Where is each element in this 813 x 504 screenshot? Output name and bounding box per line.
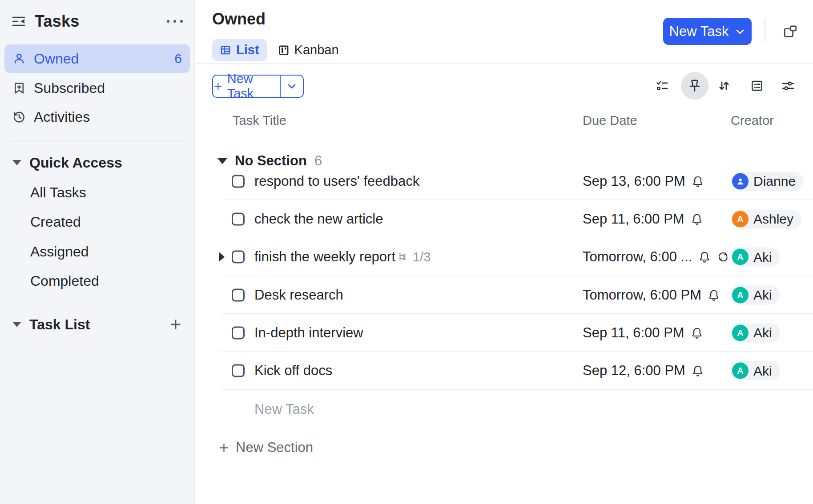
subtask-progress[interactable]: 1/3: [397, 250, 431, 264]
task-title[interactable]: Kick off docs: [254, 363, 332, 379]
avatar: A: [732, 324, 749, 341]
avatar: A: [732, 287, 749, 303]
section-label: Task List: [29, 316, 90, 333]
history-icon: [12, 110, 26, 124]
creator-cell: A Aki: [731, 248, 780, 267]
due-date-text: Tomorrow, 6:00 PM: [583, 287, 701, 303]
table-row[interactable]: finish the weekly report 1/3 Tomorrow, 6…: [195, 238, 813, 276]
creator-name: Dianne: [753, 174, 796, 189]
sidebar-item-label: Owned: [34, 51, 79, 67]
creator-name: Aki: [753, 325, 772, 340]
detail-list-icon[interactable]: [750, 79, 764, 92]
column-header-task-title[interactable]: Task Title: [233, 113, 286, 128]
sidebar-item-created[interactable]: Created: [4, 207, 190, 236]
due-date-text: Sep 12, 6:00 PM: [583, 363, 685, 379]
table-row[interactable]: Desk research Tomorrow, 6:00 PM A Aki: [195, 276, 813, 314]
open-in-window-icon[interactable]: [783, 24, 798, 39]
task-checkbox[interactable]: [232, 175, 245, 188]
quick-access-section-header[interactable]: Quick Access: [4, 148, 190, 177]
new-task-dropdown-button[interactable]: [281, 76, 303, 97]
table-row[interactable]: respond to users' feedback Sep 13, 6:00 …: [195, 162, 813, 200]
checklist-toggle-icon[interactable]: [656, 79, 669, 92]
pin-filter-button[interactable]: [681, 72, 708, 100]
sort-icon[interactable]: [717, 79, 731, 92]
due-date-cell[interactable]: Sep 11, 6:00 PM: [583, 325, 703, 341]
task-checkbox[interactable]: [232, 212, 245, 225]
sidebar-item-completed[interactable]: Completed: [4, 266, 190, 296]
due-date-cell[interactable]: Sep 11, 6:00 PM: [583, 211, 703, 227]
kanban-view-icon: [278, 44, 290, 56]
avatar: A: [732, 363, 749, 379]
add-task-list-button[interactable]: [169, 318, 182, 331]
creator-cell: Dianne: [731, 172, 804, 191]
tab-label: List: [236, 43, 259, 57]
due-date-cell[interactable]: Sep 13, 6:00 PM: [583, 173, 704, 189]
due-date-cell[interactable]: Tomorrow, 6:00 ...: [583, 249, 729, 265]
due-date-cell[interactable]: Sep 12, 6:00 PM: [583, 363, 704, 379]
creator-name: Ashley: [753, 212, 793, 227]
task-list-section-header[interactable]: Task List: [4, 310, 190, 339]
bookmark-plus-icon: [12, 81, 26, 95]
app-title: Tasks: [35, 12, 79, 31]
tab-kanban[interactable]: Kanban: [278, 43, 339, 57]
task-checkbox[interactable]: [232, 364, 245, 377]
table-row[interactable]: Kick off docs Sep 12, 6:00 PM A Aki: [195, 352, 813, 389]
task-checkbox[interactable]: [232, 288, 245, 301]
task-title[interactable]: check the new article: [254, 211, 383, 227]
sidebar-item-owned[interactable]: Owned 6: [4, 44, 190, 73]
collapse-sidebar-icon[interactable]: [12, 16, 26, 27]
view-settings-icon[interactable]: [781, 79, 795, 92]
column-header-creator[interactable]: Creator: [731, 113, 774, 128]
new-section-button[interactable]: New Section: [218, 437, 313, 458]
new-task-button[interactable]: New Task: [663, 18, 752, 45]
due-date-text: Sep 11, 6:00 PM: [583, 211, 684, 227]
task-checkbox[interactable]: [232, 326, 245, 339]
task-title[interactable]: respond to users' feedback: [254, 173, 419, 189]
sidebar-item-label: Activities: [34, 109, 90, 125]
plus-icon: [213, 81, 223, 92]
task-title[interactable]: finish the weekly report: [254, 249, 395, 265]
list-view-icon: [220, 44, 231, 56]
task-title[interactable]: In-depth interview: [254, 325, 363, 341]
table-row[interactable]: In-depth interview Sep 11, 6:00 PM A Aki: [195, 314, 813, 352]
creator-chip[interactable]: Dianne: [731, 172, 804, 191]
sidebar-item-label: Subscribed: [34, 80, 105, 96]
tab-list[interactable]: List: [212, 39, 267, 61]
repeat-icon: [717, 251, 729, 263]
expand-subtasks-icon[interactable]: [219, 252, 225, 262]
creator-chip[interactable]: A Aki: [731, 285, 780, 304]
sidebar: Tasks Owned 6 Subscribed: [0, 0, 195, 504]
chevron-down-icon: [735, 26, 745, 37]
table-row[interactable]: check the new article Sep 11, 6:00 PM A …: [195, 200, 813, 238]
creator-cell: A Ashley: [731, 209, 801, 228]
sidebar-item-all-tasks[interactable]: All Tasks: [4, 178, 190, 207]
avatar: A: [732, 249, 749, 265]
task-checkbox[interactable]: [232, 251, 245, 264]
sidebar-item-subscribed[interactable]: Subscribed: [4, 74, 190, 102]
due-date-cell[interactable]: Tomorrow, 6:00 PM: [583, 287, 720, 303]
chevron-down-icon[interactable]: [12, 322, 21, 327]
sidebar-item-assigned[interactable]: Assigned: [4, 237, 190, 266]
main-panel: Owned New Task List: [195, 0, 813, 504]
sidebar-item-activities[interactable]: Activities: [4, 103, 190, 131]
new-task-split-button: New Task: [212, 75, 304, 98]
subtask-count: 1/3: [413, 250, 431, 264]
reminder-bell-icon: [698, 251, 711, 263]
creator-chip[interactable]: A Ashley: [731, 209, 801, 228]
sidebar-header: Tasks: [12, 12, 184, 30]
creator-chip[interactable]: A Aki: [731, 361, 780, 380]
creator-chip[interactable]: A Aki: [731, 323, 780, 342]
due-date-text: Sep 13, 6:00 PM: [583, 173, 685, 189]
chevron-down-icon[interactable]: [12, 160, 21, 165]
sidebar-more-icon[interactable]: [166, 17, 184, 25]
creator-name: Aki: [753, 288, 772, 303]
sidebar-item-label: Assigned: [30, 244, 89, 260]
creator-chip[interactable]: A Aki: [731, 248, 780, 267]
new-task-inline-row[interactable]: New Task: [195, 390, 813, 428]
column-header-due-date[interactable]: Due Date: [583, 113, 637, 128]
owned-count-badge: 6: [174, 51, 182, 66]
due-date-text: Tomorrow, 6:00 ...: [583, 249, 692, 265]
new-task-inline-button[interactable]: New Task: [213, 76, 281, 97]
new-task-placeholder[interactable]: New Task: [254, 401, 314, 417]
task-title[interactable]: Desk research: [254, 287, 343, 303]
